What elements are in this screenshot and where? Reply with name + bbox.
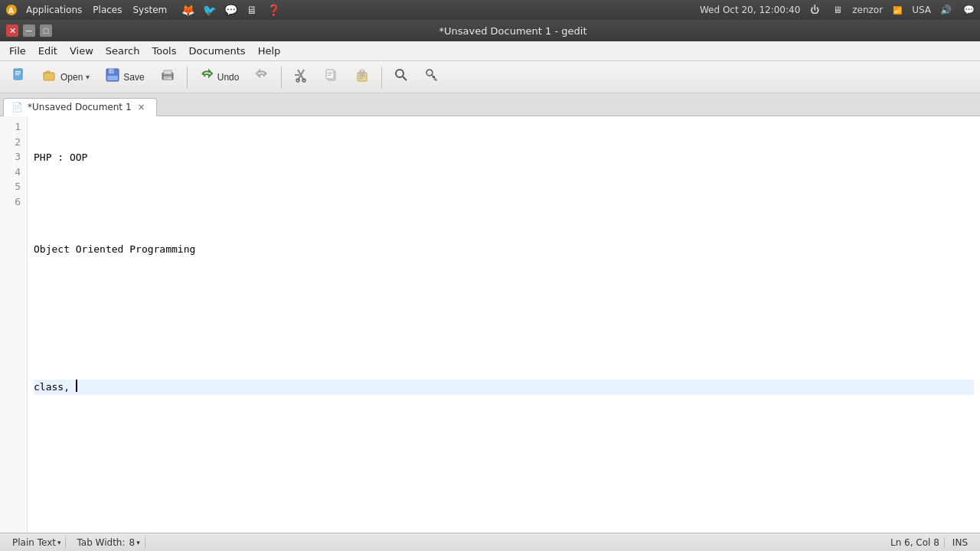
network-icon[interactable]: 📶 — [889, 2, 906, 18]
document-tab[interactable]: 📄 *Unsaved Document 1 × — [3, 98, 157, 116]
tab-close-button[interactable]: × — [136, 102, 147, 112]
toolbar-separator-2 — [281, 67, 282, 88]
editor-container: 1 2 3 4 5 6 PHP : OOP Object Oriented Pr… — [0, 116, 980, 533]
line-number-3: 3 — [6, 149, 21, 165]
monitor-icon[interactable]: 🖥 — [829, 2, 846, 18]
svg-rect-24 — [328, 75, 331, 76]
menu-documents[interactable]: Documents — [183, 43, 252, 59]
new-icon — [11, 67, 27, 86]
line-numbers: 1 2 3 4 5 6 — [0, 116, 28, 533]
line-number-5: 5 — [6, 179, 21, 194]
svg-point-33 — [426, 70, 433, 76]
systempanel-right: Wed Oct 20, 12:00:40 ⏻ 🖥 zenzor 📶 USA 🔊 … — [700, 2, 977, 18]
svg-text:A: A — [8, 7, 14, 15]
menu-file[interactable]: File — [3, 43, 32, 59]
tab-width-dropdown-arrow: ▾ — [136, 539, 140, 546]
username-display: zenzor — [852, 5, 883, 15]
tab-width-label: Tab Width: — [77, 537, 125, 548]
language-dropdown[interactable]: Plain Text ▾ — [12, 537, 60, 548]
svg-rect-4 — [15, 73, 21, 73]
line-6-text: class, — [34, 380, 76, 395]
paste-icon — [354, 67, 370, 86]
tabbar: 📄 *Unsaved Document 1 × — [0, 93, 980, 116]
menu-search[interactable]: Search — [100, 43, 146, 59]
menu-help[interactable]: Help — [252, 43, 287, 59]
text-editor[interactable]: PHP : OOP Object Oriented Programming cl… — [28, 116, 980, 533]
new-button[interactable] — [5, 64, 34, 90]
undo-icon — [199, 67, 214, 86]
paste-button[interactable] — [348, 64, 377, 90]
svg-rect-22 — [328, 72, 332, 73]
line-2 — [34, 196, 974, 211]
redo-button[interactable] — [247, 64, 276, 90]
audio-icon[interactable]: 🔊 — [937, 2, 954, 18]
open-icon — [42, 67, 57, 86]
system-menu[interactable]: System — [128, 3, 172, 17]
svg-rect-13 — [164, 70, 172, 74]
svg-rect-28 — [359, 75, 365, 76]
undo-button[interactable]: Undo — [192, 64, 247, 90]
text-cursor — [76, 380, 77, 392]
titlebar: ✕ ─ □ *Unsaved Document 1 - gedit — [0, 20, 980, 41]
firefox-icon[interactable]: 🦊 — [179, 2, 196, 18]
titlebar-controls: ✕ ─ □ — [6, 24, 52, 37]
toolbar-separator-3 — [381, 67, 382, 88]
line-number-1: 1 — [6, 119, 21, 135]
svg-rect-30 — [359, 78, 363, 79]
menu-edit[interactable]: Edit — [32, 43, 64, 59]
open-label: Open — [60, 72, 83, 83]
help-icon[interactable]: ❓ — [265, 2, 282, 18]
findreplace-button[interactable] — [417, 64, 446, 90]
places-menu[interactable]: Places — [88, 3, 126, 17]
line-1-text: PHP : OOP — [34, 150, 87, 165]
toolbar-separator-1 — [187, 67, 188, 88]
tab-width-dropdown[interactable]: Tab Width: 8 ▾ — [77, 537, 139, 548]
language-status[interactable]: Plain Text ▾ — [8, 537, 66, 548]
line-number-2: 2 — [6, 135, 21, 150]
svg-rect-29 — [359, 77, 365, 77]
menu-tools[interactable]: Tools — [145, 43, 182, 59]
language-dropdown-arrow: ▾ — [57, 539, 61, 546]
close-button[interactable]: ✕ — [6, 24, 18, 37]
tab-doc-icon: 📄 — [11, 102, 23, 112]
print-button[interactable] — [153, 64, 182, 90]
statusbar-right: Ln 6, Col 8 INS — [886, 537, 972, 548]
menu-view[interactable]: View — [64, 43, 100, 59]
applications-menu[interactable]: Applications — [21, 3, 87, 17]
app-menu-icon[interactable]: A — [3, 2, 20, 18]
open-dropdown-arrow[interactable]: ▾ — [86, 73, 90, 81]
logout-icon[interactable]: ⏻ — [806, 2, 823, 18]
svg-point-31 — [396, 70, 403, 77]
svg-line-32 — [403, 77, 407, 80]
menubar: File Edit View Search Tools Documents He… — [0, 41, 980, 61]
tab-width-status[interactable]: Tab Width: 8 ▾ — [72, 537, 145, 548]
svg-rect-23 — [328, 73, 332, 74]
find-button[interactable] — [387, 64, 416, 90]
line-number-6: 6 — [6, 194, 21, 210]
svg-rect-27 — [361, 70, 364, 72]
thunderbird-icon[interactable]: 🐦 — [201, 2, 217, 18]
cut-icon — [293, 67, 309, 86]
maximize-button[interactable]: □ — [40, 24, 52, 37]
save-button[interactable]: Save — [98, 64, 151, 90]
cut-button[interactable] — [286, 64, 315, 90]
redo-icon — [254, 67, 270, 86]
terminal-icon[interactable]: 🖥 — [243, 2, 260, 18]
svg-rect-5 — [15, 74, 19, 75]
language-label: Plain Text — [12, 537, 56, 548]
datetime-display: Wed Oct 20, 12:00:40 — [700, 5, 800, 15]
line-4 — [34, 288, 974, 303]
minimize-button[interactable]: ─ — [23, 24, 35, 37]
insert-mode-status: INS — [948, 537, 972, 548]
pidgin-icon[interactable]: 💬 — [222, 2, 239, 18]
system-panel: A Applications Places System 🦊 🐦 💬 🖥 ❓ W… — [0, 0, 980, 20]
notification-icon[interactable]: 💬 — [960, 2, 977, 18]
save-icon — [105, 67, 120, 86]
line-5-text — [34, 334, 40, 349]
tab-width-value: 8 — [129, 537, 136, 548]
open-button[interactable]: Open ▾ — [35, 64, 96, 90]
copy-button[interactable] — [317, 64, 346, 90]
line-3: Object Oriented Programming — [34, 242, 974, 257]
svg-rect-3 — [15, 71, 21, 72]
undo-label: Undo — [217, 72, 240, 83]
